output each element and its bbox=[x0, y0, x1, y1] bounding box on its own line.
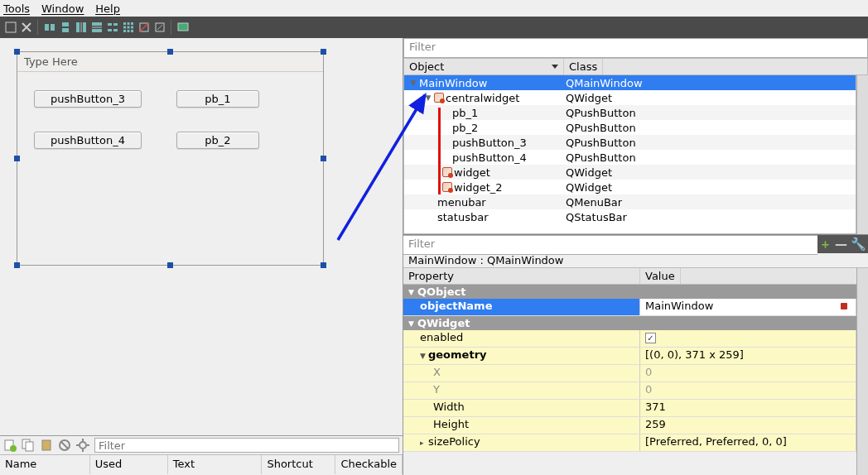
svg-rect-7 bbox=[83, 22, 86, 32]
tree-row-mainwindow[interactable]: ▼MainWindow QMainWindow bbox=[404, 75, 856, 90]
resize-handle[interactable] bbox=[321, 156, 326, 161]
prop-sizepolicy[interactable]: ▸sizePolicy [Preferred, Preferred, 0, 0] bbox=[403, 434, 856, 452]
resize-handle[interactable] bbox=[321, 49, 326, 55]
tree-row-widget[interactable]: widget QWidget bbox=[404, 165, 856, 180]
tree-scrollbar[interactable] bbox=[856, 75, 868, 234]
add-property-icon[interactable]: ＋ bbox=[819, 237, 832, 252]
configure-action-icon[interactable] bbox=[76, 439, 89, 452]
form-canvas[interactable]: Type Here pushButton_3 pb_1 pushButton_4… bbox=[17, 51, 324, 266]
svg-rect-8 bbox=[92, 22, 102, 26]
remove-property-icon[interactable]: — bbox=[835, 237, 847, 252]
tree-row-menubar[interactable]: menubar QMenuBar bbox=[404, 194, 856, 209]
svg-rect-18 bbox=[123, 26, 126, 29]
svg-rect-21 bbox=[123, 30, 126, 32]
tree-row-statusbar[interactable]: statusbar QStatusBar bbox=[404, 209, 856, 224]
svg-point-33 bbox=[80, 442, 86, 449]
toolbar bbox=[0, 17, 868, 38]
action-filter-input[interactable] bbox=[94, 438, 399, 453]
svg-rect-30 bbox=[26, 442, 33, 451]
svg-rect-22 bbox=[127, 30, 129, 32]
reset-icon[interactable] bbox=[841, 303, 847, 309]
col-class[interactable]: Class bbox=[564, 59, 603, 74]
prop-geom-height[interactable]: Height259 bbox=[403, 417, 856, 434]
svg-rect-16 bbox=[127, 22, 129, 25]
tree-row-centralwidget[interactable]: ▼ centralwidget QWidget bbox=[404, 90, 856, 105]
svg-rect-0 bbox=[6, 22, 16, 32]
resize-handle[interactable] bbox=[14, 156, 20, 161]
layout-hsplit-icon[interactable] bbox=[74, 21, 88, 35]
layout-vsplit-icon[interactable] bbox=[89, 21, 104, 35]
svg-rect-26 bbox=[178, 23, 188, 31]
col-checkable[interactable]: Checkable bbox=[335, 455, 403, 474]
menu-window[interactable]: Window bbox=[41, 2, 84, 15]
prop-geom-x[interactable]: X0 bbox=[403, 365, 856, 382]
tree-row-pushbutton4[interactable]: pushButton_4 QPushButton bbox=[404, 150, 856, 165]
layout-form-icon[interactable] bbox=[105, 21, 119, 35]
col-property[interactable]: Property bbox=[403, 268, 640, 284]
tree-row-pb1[interactable]: pb_1 QPushButton bbox=[404, 105, 856, 120]
svg-rect-2 bbox=[51, 24, 55, 31]
col-object[interactable]: Object bbox=[404, 59, 564, 74]
prop-group-qwidget[interactable]: ▼QWidget bbox=[403, 316, 856, 330]
pushbutton-4[interactable]: pushButton_4 bbox=[34, 132, 142, 149]
prop-geom-width[interactable]: Width371 bbox=[403, 400, 856, 417]
break-layout-icon[interactable] bbox=[137, 21, 151, 35]
close-icon[interactable] bbox=[19, 21, 33, 35]
menu-tools[interactable]: Tools bbox=[3, 2, 30, 15]
widget-icon bbox=[442, 167, 452, 177]
pb-2[interactable]: pb_2 bbox=[176, 132, 259, 149]
menu-help[interactable]: Help bbox=[95, 2, 120, 15]
action-editor: Name Used Text Shortcut Checkable bbox=[0, 435, 403, 475]
prop-geometry[interactable]: ▼geometry [(0, 0), 371 x 259] bbox=[403, 348, 856, 365]
svg-point-28 bbox=[10, 445, 17, 452]
layout-hz-icon[interactable] bbox=[42, 21, 56, 35]
edit-widgets-icon[interactable] bbox=[3, 21, 17, 35]
form-editor[interactable]: Type Here pushButton_3 pb_1 pushButton_4… bbox=[0, 38, 403, 435]
paste-action-icon[interactable] bbox=[40, 439, 53, 452]
checkbox-icon[interactable]: ✓ bbox=[645, 333, 656, 343]
prop-group-qobject[interactable]: ▼QObject bbox=[403, 285, 856, 299]
svg-rect-5 bbox=[76, 22, 80, 32]
layout-vt-icon[interactable] bbox=[58, 21, 72, 35]
svg-rect-31 bbox=[42, 440, 51, 450]
tree-row-pb2[interactable]: pb_2 QPushButton bbox=[404, 120, 856, 135]
pushbutton-3[interactable]: pushButton_3 bbox=[34, 90, 142, 108]
menubar: Tools Window Help bbox=[0, 0, 868, 17]
copy-action-icon[interactable] bbox=[22, 439, 35, 452]
pb-1[interactable]: pb_1 bbox=[176, 90, 259, 108]
resize-handle[interactable] bbox=[167, 49, 173, 55]
delete-action-icon[interactable] bbox=[58, 439, 71, 452]
property-toolbar: ＋ — 🔧 bbox=[817, 235, 868, 253]
preview-icon[interactable] bbox=[176, 21, 190, 35]
prop-geom-y[interactable]: Y0 bbox=[403, 382, 856, 400]
adjust-size-icon[interactable] bbox=[152, 21, 166, 35]
col-used[interactable]: Used bbox=[90, 455, 168, 474]
resize-handle[interactable] bbox=[14, 262, 20, 268]
action-table-header: Name Used Text Shortcut Checkable bbox=[0, 454, 403, 474]
col-text[interactable]: Text bbox=[168, 455, 263, 474]
widget-icon bbox=[442, 182, 452, 192]
property-context-label: MainWindow : QMainWindow bbox=[403, 253, 868, 268]
prop-objectname[interactable]: objectName MainWindow bbox=[403, 299, 856, 316]
object-tree[interactable]: ▼MainWindow QMainWindow ▼ centralwidget … bbox=[403, 75, 856, 234]
property-scrollbar[interactable] bbox=[856, 268, 868, 475]
resize-handle[interactable] bbox=[167, 262, 173, 268]
property-table[interactable]: ▼QObject objectName MainWindow ▼QWidget … bbox=[403, 285, 856, 475]
tree-row-widget2[interactable]: widget_2 QWidget bbox=[404, 180, 856, 194]
svg-rect-20 bbox=[131, 26, 133, 29]
resize-handle[interactable] bbox=[14, 49, 20, 55]
tree-row-pushbutton3[interactable]: pushButton_3 QPushButton bbox=[404, 135, 856, 150]
new-action-icon[interactable] bbox=[3, 439, 17, 452]
prop-enabled[interactable]: enabled ✓ bbox=[403, 330, 856, 348]
col-value[interactable]: Value bbox=[640, 268, 681, 284]
form-menubar[interactable]: Type Here bbox=[17, 52, 323, 72]
layout-grid-icon[interactable] bbox=[121, 21, 135, 35]
col-shortcut[interactable]: Shortcut bbox=[262, 455, 335, 474]
object-filter-input[interactable]: Filter bbox=[403, 38, 868, 58]
configure-property-icon[interactable]: 🔧 bbox=[851, 237, 866, 252]
property-filter-input[interactable]: Filter bbox=[403, 235, 817, 255]
widget-icon bbox=[434, 93, 444, 103]
svg-rect-1 bbox=[45, 24, 49, 31]
col-name[interactable]: Name bbox=[0, 455, 90, 474]
resize-handle[interactable] bbox=[321, 262, 326, 268]
